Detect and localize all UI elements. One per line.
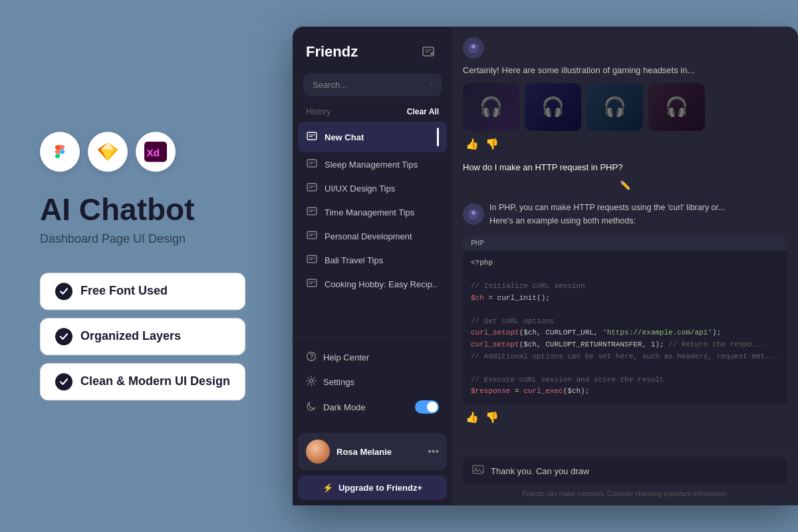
bot-response-intro: In PHP, you can make HTTP requests using… — [489, 201, 725, 227]
figma-icon — [40, 132, 80, 172]
bot-header — [463, 37, 787, 59]
compose-button[interactable] — [418, 41, 439, 63]
active-indicator — [437, 128, 439, 146]
settings-item[interactable]: Settings — [298, 370, 447, 394]
chat-label-6: Bali Travel Tips — [325, 255, 383, 265]
thumbs-down-1[interactable]: 👎 — [484, 136, 500, 152]
svg-rect-27 — [307, 255, 317, 263]
code-content: <?php // Initialize cURL session $ch = c… — [463, 251, 787, 404]
chat-area: Certainly! Here are some illustration of… — [452, 27, 798, 505]
headphone-img-3: 🎧 — [587, 83, 643, 131]
chat-label: New Chat — [325, 132, 364, 142]
upgrade-label: Upgrade to Friendz+ — [338, 483, 422, 493]
bot-header-2: In PHP, you can make HTTP requests using… — [463, 201, 787, 227]
title-block: AI Chatbot Dashboard Page UI Design — [40, 193, 195, 265]
thumbs-up-2[interactable]: 👍 — [464, 410, 480, 425]
badge-label-2: Organized Layers — [80, 329, 181, 343]
chat-icon-3 — [306, 182, 318, 194]
help-icon: ? — [306, 351, 317, 364]
check-icon-3 — [55, 373, 72, 390]
settings-label: Settings — [323, 377, 354, 387]
user-name: Rosa Melanie — [336, 447, 421, 457]
chat-text-input[interactable] — [491, 466, 778, 476]
dark-mode-toggle[interactable] — [415, 400, 439, 414]
bot-avatar-2 — [463, 203, 484, 225]
thumbs-up-1[interactable]: 👍 — [464, 136, 480, 152]
chat-label-4: Time Management Tips — [325, 207, 414, 217]
chat-icon-4 — [306, 206, 318, 218]
chat-item-new[interactable]: New Chat — [298, 122, 447, 152]
help-center-item[interactable]: ? Help Center — [298, 345, 447, 370]
thumbs-down-2[interactable]: 👎 — [484, 410, 500, 425]
lightning-icon: ⚡ — [323, 483, 333, 493]
chat-label-7: Cooking Hobby: Easy Recip.. — [325, 279, 437, 289]
svg-rect-12 — [307, 132, 317, 140]
chat-list: New Chat Sleep Management Tips — [293, 122, 452, 336]
input-row — [463, 457, 787, 485]
svg-text:?: ? — [310, 353, 314, 360]
svg-rect-30 — [307, 279, 317, 287]
headphone-img-2: 🎧 — [525, 83, 581, 131]
code-lang-label: PHP — [463, 235, 787, 251]
sidebar-header: Friendz — [293, 27, 452, 73]
search-input[interactable] — [313, 80, 424, 90]
dark-mode-item[interactable]: Dark Mode — [298, 394, 447, 420]
chat-item-sleep[interactable]: Sleep Management Tips — [298, 152, 447, 176]
sketch-icon — [88, 132, 128, 172]
svg-rect-15 — [307, 160, 317, 167]
badge-label-1: Free Font Used — [80, 284, 168, 298]
bot-message-images: Certainly! Here are some illustration of… — [463, 37, 787, 152]
chat-item-cooking[interactable]: Cooking Hobby: Easy Recip.. — [298, 272, 447, 296]
sub-title: Dashboard Page UI Design — [40, 232, 195, 246]
chat-item-uiux[interactable]: UI/UX Design Tips — [298, 176, 447, 200]
edit-button[interactable]: ✏️ — [463, 180, 787, 190]
reaction-row-1: 👍 👎 — [463, 136, 787, 152]
dark-mode-label: Dark Mode — [323, 402, 366, 412]
image-attach-button[interactable] — [472, 464, 484, 478]
headphone-icon-4: 🎧 — [648, 83, 705, 131]
chat-icon — [306, 131, 318, 143]
history-header: History Clear All — [293, 107, 452, 122]
chat-item-personal[interactable]: Personal Development — [298, 224, 447, 248]
badge-free-font: Free Font Used — [40, 273, 245, 310]
chat-item-time[interactable]: Time Management Tips — [298, 200, 447, 224]
page-wrapper: Xd AI Chatbot Dashboard Page UI Design F… — [0, 0, 798, 532]
clear-all-button[interactable]: Clear All — [407, 107, 439, 116]
chat-label-2: Sleep Management Tips — [325, 160, 418, 170]
tool-icons: Xd — [40, 132, 176, 172]
disclaimer-text: Friendz can make mistakes. Consider chec… — [463, 490, 787, 497]
sidebar: Friendz History — [293, 27, 452, 505]
ai-text-intro: Certainly! Here are some illustration of… — [463, 64, 787, 78]
reaction-row-2: 👍 👎 — [463, 410, 787, 425]
svg-line-11 — [432, 85, 432, 86]
xd-icon: Xd — [136, 132, 176, 172]
svg-rect-21 — [307, 207, 317, 215]
svg-point-39 — [471, 211, 475, 215]
headphone-icon-1: 🎧 — [463, 83, 519, 131]
svg-text:Xd: Xd — [146, 147, 160, 158]
headphone-images: 🎧 🎧 🎧 🎧 — [463, 83, 787, 131]
svg-point-35 — [310, 380, 313, 383]
chat-icon-2 — [306, 158, 318, 170]
history-label: History — [306, 107, 331, 116]
left-panel: Xd AI Chatbot Dashboard Page UI Design F… — [40, 132, 245, 400]
headphone-img-4: 🎧 — [648, 83, 705, 131]
chat-input-area: Friendz can make mistakes. Consider chec… — [452, 448, 798, 505]
badge-label-3: Clean & Modern UI Design — [80, 374, 230, 388]
bot-code-response: In PHP, you can make HTTP requests using… — [463, 201, 787, 425]
more-button[interactable]: ••• — [428, 446, 439, 458]
chat-icon-7 — [306, 278, 318, 290]
settings-icon — [306, 376, 317, 388]
user-question-row: How do I make an HTTP request in PHP? ✏️ — [463, 162, 787, 190]
chat-icon-5 — [306, 230, 318, 242]
code-block: PHP <?php // Initialize cURL session $ch… — [463, 235, 787, 404]
badge-list: Free Font Used Organized Layers Clean & … — [40, 273, 245, 400]
chat-item-bali[interactable]: Bali Travel Tips — [298, 248, 447, 272]
user-profile[interactable]: Rosa Melanie ••• — [298, 433, 447, 470]
moon-icon — [306, 401, 317, 414]
svg-point-37 — [471, 45, 475, 49]
search-bar[interactable] — [303, 73, 442, 96]
upgrade-button[interactable]: ⚡ Upgrade to Friendz+ — [298, 475, 447, 500]
headphone-icon-3: 🎧 — [587, 83, 643, 131]
badge-organized: Organized Layers — [40, 318, 245, 355]
